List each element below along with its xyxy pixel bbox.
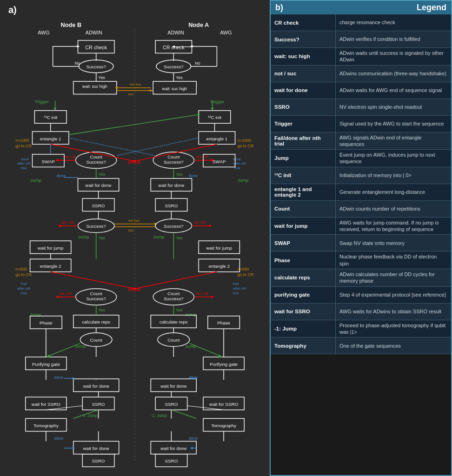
svg-text:Count: Count (167, 291, 179, 296)
svg-text:Count: Count (167, 154, 179, 159)
svg-text:SWAP: SWAP (213, 159, 226, 164)
svg-text:CR check: CR check (85, 45, 107, 50)
svg-text:-1: Jump: -1: Jump (151, 413, 166, 418)
legend-row: Success? ADwin verifies if condition is … (271, 31, 451, 48)
svg-text:SSRO: SSRO (165, 458, 178, 463)
svg-text:n=500: n=500 (15, 267, 27, 271)
svg-text:entangle 2: entangle 2 (208, 264, 230, 269)
legend-key: Jump (271, 150, 336, 167)
panel-a: a) Node B Node A AWG ADWIN ADWIN AWG CR … (0, 0, 270, 476)
legend-key: entangle 1 and entangle 2 (271, 184, 336, 200)
legend-row: -1: Jump Proceed to phase-adjusted tomog… (271, 320, 451, 338)
legend-key: Phase (271, 251, 336, 269)
svg-text:done: done (189, 436, 198, 441)
svg-text:Fail: Fail (21, 282, 27, 286)
legend-row: purifying gate Step 4 of experimental pr… (271, 287, 451, 304)
svg-text:Count: Count (90, 154, 102, 159)
svg-text:SSRO: SSRO (92, 203, 105, 208)
legend-row: ¹³C init Initialization of memory into |… (271, 167, 451, 184)
diagram-svg: Node B Node A AWG ADWIN ADWIN AWG CR che… (5, 15, 265, 471)
legend-row: calculate reps ADwin calculates number o… (271, 269, 451, 287)
legend-row: wait for jump AWG waits for jump command… (271, 218, 451, 235)
svg-text:SSRO: SSRO (165, 203, 178, 208)
svg-text:trial: trial (233, 291, 239, 295)
legend-val: AWG signals ADwin end of entangle sequen… (336, 132, 451, 150)
svg-text:not suc: not suc (129, 82, 141, 86)
svg-text:wait for jump: wait for jump (206, 245, 233, 251)
svg-text:suc: suc (128, 228, 133, 232)
legend-val: NV electron spin single-shot readout (336, 99, 451, 115)
legend-key: SWAP (271, 235, 336, 251)
svg-text:entangle 2: entangle 2 (40, 264, 61, 269)
svg-text:wait for done: wait for done (160, 383, 187, 389)
svg-text:Yes: Yes (99, 308, 106, 312)
legend-row: CR check charge resonance check (271, 14, 451, 31)
svg-text:calculate reps: calculate reps (160, 319, 188, 324)
legend-key: -1: Jump (271, 320, 336, 337)
panel-b: b) Legend CR check charge resonance chec… (270, 0, 452, 476)
legend-row: entangle 1 and entangle 2 Generate entan… (271, 184, 451, 201)
svg-text:ADWIN: ADWIN (86, 30, 102, 35)
svg-text:No: CR: No: CR (194, 220, 206, 225)
svg-text:SSRO: SSRO (92, 458, 105, 463)
legend-key: calculate reps (271, 269, 336, 286)
legend-key: wait for done (271, 82, 336, 99)
svg-text:trial: trial (21, 166, 27, 170)
svg-text:No: CR: No: CR (62, 220, 74, 225)
svg-text:Success?: Success? (86, 224, 106, 229)
svg-text:go to CR: go to CR (238, 272, 254, 277)
legend-val: ADwin waits until success is signaled by… (336, 48, 451, 65)
legend-key: purifying gate (271, 287, 336, 303)
svg-text:Count: Count (90, 337, 102, 343)
svg-text:Node A: Node A (188, 21, 209, 28)
svg-text:Fail: Fail (233, 282, 239, 286)
svg-text:Jump: Jump (185, 344, 197, 349)
legend-row: wait: suc high ADwin waits until success… (271, 48, 451, 66)
legend-key: SSRO (271, 99, 336, 115)
svg-text:after nth: after nth (17, 161, 31, 165)
panel-b-label: b) (275, 3, 283, 13)
svg-text:Jump: Jump (238, 178, 249, 183)
svg-text:wait for done: wait for done (160, 446, 187, 451)
legend-row: Fail/done after nth trial AWG signals AD… (271, 132, 451, 150)
legend-row: Jump Event jump on AWG, induces jump to … (271, 150, 451, 167)
svg-text:Yes: Yes (176, 236, 183, 240)
svg-text:suc: suc (128, 92, 133, 96)
svg-text:done: done (189, 173, 198, 178)
svg-text:Success?: Success? (164, 296, 184, 301)
svg-text:Tomography: Tomography (33, 423, 59, 428)
svg-text:Yes: Yes (99, 75, 106, 80)
legend-val: ADwin waits for AWG end of sequence sign… (336, 82, 451, 99)
svg-text:Trigger: Trigger (34, 99, 49, 104)
legend-row: Phase Nuclear phase feedback via DD of e… (271, 251, 451, 269)
legend-row: Trigger Signal used by the AWG to start … (271, 116, 451, 132)
svg-text:n=1000: n=1000 (238, 138, 252, 143)
svg-text:Yes: Yes (99, 172, 106, 177)
svg-text:wait for SSRO: wait for SSRO (209, 402, 238, 407)
legend-val: One of the gate sequences (336, 337, 451, 354)
svg-text:Count: Count (90, 291, 102, 296)
legend-title: Legend (417, 3, 446, 13)
legend-val: Step 4 of experimental protocol [see ref… (336, 287, 451, 303)
svg-text:entangle 1: entangle 1 (206, 136, 228, 141)
legend-val: ADwins communication (three-way handshak… (336, 66, 451, 82)
legend-row: SWAP Swap NV state onto memory (271, 235, 451, 251)
legend-key: wait for SSRO (271, 304, 336, 320)
svg-text:Jump: Jump (78, 234, 90, 239)
legend-key: Tomography (271, 337, 336, 354)
svg-text:No: CR: No: CR (196, 291, 208, 296)
legend-key: Count (271, 201, 336, 217)
legend-row: SSRO NV electron spin single-shot readou… (271, 99, 451, 116)
svg-text:Count: Count (167, 337, 179, 343)
svg-text:after nth: after nth (17, 286, 31, 291)
svg-text:entangle 1: entangle 1 (40, 136, 61, 141)
legend-val: Proceed to phase-adjusted tomography if … (336, 320, 451, 337)
svg-text:No: CR: No: CR (60, 291, 72, 296)
legend-row: Count ADwin counts number of repetitions (271, 201, 451, 218)
svg-text:n=500: n=500 (238, 267, 249, 271)
legend-row: not / suc ADwins communication (three-wa… (271, 66, 451, 82)
legend-val: ADwin calculates number of DD cycles for… (336, 269, 451, 286)
svg-text:n=1000: n=1000 (15, 138, 29, 143)
legend-val: Generate entanglement long-distance (336, 184, 451, 200)
svg-text:wait: suc high: wait: suc high (82, 84, 107, 89)
